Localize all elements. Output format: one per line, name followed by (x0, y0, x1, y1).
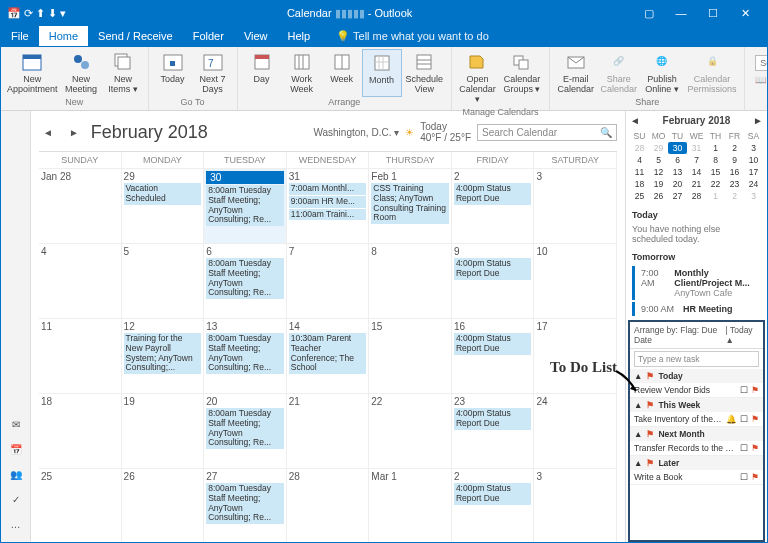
search-people-input[interactable] (755, 55, 768, 71)
day-cell[interactable]: 5 (122, 244, 205, 319)
schedule-view-button[interactable]: Schedule View (402, 49, 448, 97)
day-cell[interactable]: 164:00pm Status Report Due (452, 319, 535, 394)
checkbox-icon[interactable]: ☐ (740, 472, 748, 482)
calendar-event[interactable]: 7:00am Monthl... (289, 183, 367, 195)
email-calendar-button[interactable]: E-mail Calendar (554, 49, 597, 97)
tab-view[interactable]: View (234, 26, 278, 46)
agenda-item[interactable]: 9:00 AMHR Meeting (632, 302, 767, 316)
calendar-event[interactable]: 4:00pm Status Report Due (454, 333, 532, 355)
task-group-header[interactable]: ▲ ⚑ Later (630, 456, 763, 470)
calendar-event[interactable]: 4:00pm Status Report Due (454, 408, 532, 430)
work-week-button[interactable]: Work Week (282, 49, 322, 97)
tell-me[interactable]: 💡 Tell me what you want to do (326, 26, 499, 47)
calendar-event[interactable]: Training for the New Payroll System; Any… (124, 333, 202, 374)
calendar-icon[interactable]: 📅 (10, 444, 22, 455)
ribbon-collapse-icon[interactable]: ▢ (633, 7, 665, 20)
agenda-item[interactable]: 7:00 AMMonthly Client/Project M...AnyTow… (632, 266, 767, 300)
mail-icon[interactable]: ✉ (12, 419, 20, 430)
calendar-event[interactable]: 9:00am HR Me... (289, 196, 367, 208)
tab-folder[interactable]: Folder (183, 26, 234, 46)
day-cell[interactable]: 22 (369, 394, 452, 469)
location-dropdown[interactable]: Washington, D.C. ▾ (313, 127, 399, 138)
maximize-button[interactable]: ☐ (697, 7, 729, 20)
close-button[interactable]: ✕ (729, 7, 761, 20)
calendar-event[interactable]: 11:00am Traini... (289, 209, 367, 221)
flag-icon[interactable]: ⚑ (751, 385, 759, 395)
date-navigator[interactable]: ◄February 2018► SUMOTUWETHFRSA 282930311… (626, 111, 767, 206)
mini-prev-button[interactable]: ◄ (630, 115, 640, 126)
calendar-event[interactable]: CSS Training Class; AnyTown Consulting T… (371, 183, 449, 224)
search-calendar-input[interactable]: Search Calendar🔍 (477, 124, 617, 141)
calendar-event[interactable]: 8:00am Tuesday Staff Meeting; AnyTown Co… (206, 185, 284, 226)
day-cell[interactable]: 317:00am Monthl...9:00am HR Me...11:00am… (287, 169, 370, 244)
day-cell[interactable]: 12Training for the New Payroll System; A… (122, 319, 205, 394)
day-cell[interactable]: 28 (287, 469, 370, 543)
day-cell[interactable]: 3 (534, 169, 617, 244)
day-cell[interactable]: 26 (122, 469, 205, 543)
day-cell[interactable]: 21 (287, 394, 370, 469)
day-cell[interactable]: 278:00am Tuesday Staff Meeting; AnyTown … (204, 469, 287, 543)
open-calendar-button[interactable]: Open Calendar ▾ (456, 49, 499, 107)
day-cell[interactable]: 24 (534, 394, 617, 469)
prev-month-button[interactable]: ◄ (39, 127, 57, 138)
day-cell[interactable]: 4 (39, 244, 122, 319)
tab-send-receive[interactable]: Send / Receive (88, 26, 183, 46)
new-task-input[interactable]: Type a new task (634, 351, 759, 367)
task-item[interactable]: Transfer Records to the New ...☐⚑ (630, 441, 763, 456)
day-cell[interactable]: 308:00am Tuesday Staff Meeting; AnyTown … (204, 169, 287, 244)
day-cell[interactable]: 234:00pm Status Report Due (452, 394, 535, 469)
day-cell[interactable]: 94:00pm Status Report Due (452, 244, 535, 319)
checkbox-icon[interactable]: ☐ (740, 414, 748, 424)
arrange-by-button[interactable]: Arrange by: Flag: Due Date (634, 325, 726, 345)
day-cell[interactable]: Mar 1 (369, 469, 452, 543)
mini-next-button[interactable]: ► (753, 115, 763, 126)
day-cell[interactable]: 68:00am Tuesday Staff Meeting; AnyTown C… (204, 244, 287, 319)
new-meeting-button[interactable]: New Meeting (60, 49, 103, 97)
tasks-icon[interactable]: ✓ (12, 494, 20, 505)
tab-file[interactable]: File (1, 26, 39, 46)
search-icon[interactable]: 🔍 (600, 127, 612, 138)
checkbox-icon[interactable]: ☐ (740, 443, 748, 453)
day-cell[interactable]: 29Vacation Scheduled (122, 169, 205, 244)
day-cell[interactable]: 24:00pm Status Report Due (452, 169, 535, 244)
task-item[interactable]: Take Inventory of the Sto...🔔☐⚑ (630, 412, 763, 427)
qat-icons[interactable]: 📅 ⟳ ⬆ ⬇ ▾ (7, 7, 66, 20)
calendar-event[interactable]: 8:00am Tuesday Staff Meeting; AnyTown Co… (206, 333, 284, 374)
calendar-event[interactable]: 10:30am Parent Teacher Conference; The S… (289, 333, 367, 374)
day-cell[interactable]: 208:00am Tuesday Staff Meeting; AnyTown … (204, 394, 287, 469)
calendar-groups-button[interactable]: Calendar Groups ▾ (499, 49, 545, 107)
next7-button[interactable]: 7Next 7 Days (193, 49, 233, 97)
day-cell[interactable]: 8 (369, 244, 452, 319)
people-icon[interactable]: 👥 (10, 469, 22, 480)
day-cell[interactable]: 3 (534, 469, 617, 543)
flag-icon[interactable]: ⚑ (751, 443, 759, 453)
today-button[interactable]: Today (153, 49, 193, 97)
checkbox-icon[interactable]: ☐ (740, 385, 748, 395)
day-cell[interactable]: 15 (369, 319, 452, 394)
task-group-header[interactable]: ▲ ⚑ Next Month (630, 427, 763, 441)
flag-icon[interactable]: ⚑ (751, 414, 759, 424)
calendar-event[interactable]: 4:00pm Status Report Due (454, 258, 532, 280)
day-cell[interactable]: 11 (39, 319, 122, 394)
calendar-event[interactable]: 8:00am Tuesday Staff Meeting; AnyTown Co… (206, 258, 284, 299)
calendar-event[interactable]: 4:00pm Status Report Due (454, 183, 532, 205)
day-cell[interactable]: 18 (39, 394, 122, 469)
day-cell[interactable]: 25 (39, 469, 122, 543)
week-button[interactable]: Week (322, 49, 362, 97)
address-book-button[interactable]: 📖 Address Book (753, 73, 768, 87)
day-cell[interactable]: 17 (534, 319, 617, 394)
day-cell[interactable]: 24:00pm Status Report Due (452, 469, 535, 543)
minimize-button[interactable]: — (665, 7, 697, 19)
publish-online-button[interactable]: 🌐Publish Online ▾ (640, 49, 684, 97)
task-group-header[interactable]: ▲ ⚑ Today (630, 369, 763, 383)
new-items-button[interactable]: New Items ▾ (102, 49, 143, 97)
day-cell[interactable]: Jan 28 (39, 169, 122, 244)
calendar-event[interactable]: 8:00am Tuesday Staff Meeting; AnyTown Co… (206, 483, 284, 524)
day-cell[interactable]: 19 (122, 394, 205, 469)
next-month-button[interactable]: ► (65, 127, 83, 138)
day-cell[interactable]: Feb 1CSS Training Class; AnyTown Consult… (369, 169, 452, 244)
task-item[interactable]: Write a Book☐⚑ (630, 470, 763, 485)
calendar-event[interactable]: 8:00am Tuesday Staff Meeting; AnyTown Co… (206, 408, 284, 449)
calendar-event[interactable]: Vacation Scheduled (124, 183, 202, 205)
tab-home[interactable]: Home (39, 26, 88, 46)
